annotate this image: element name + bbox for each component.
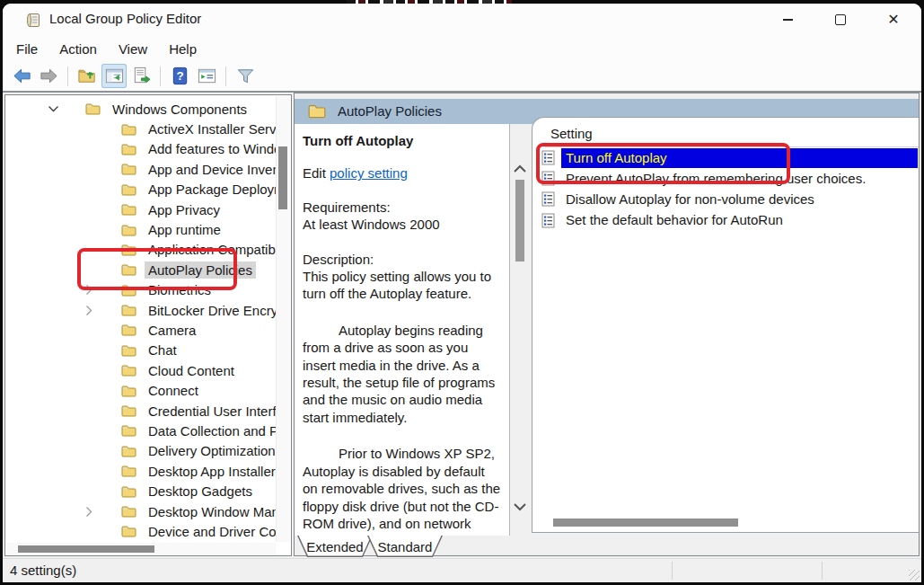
resize-grip[interactable] [909, 570, 920, 581]
window-controls: ✕ [755, 4, 914, 36]
folder-icon [121, 224, 136, 236]
show-properties-icon [197, 66, 217, 86]
policy-tree: Windows ComponentsActiveX Installer Serv… [6, 96, 276, 542]
folder-icon [121, 143, 136, 155]
status-separator [822, 562, 823, 580]
folder-icon [121, 163, 136, 175]
folder-icon [121, 284, 136, 297]
setting-label: Set the default behavior for AutoRun [561, 210, 918, 230]
back-icon [12, 66, 32, 86]
chevron-right-icon[interactable] [82, 305, 96, 316]
tree-item-label: Cloud Content [145, 362, 238, 379]
toolbar-show-console-tree-button[interactable] [101, 64, 127, 88]
toolbar-up-one-level-button[interactable] [75, 64, 100, 88]
toolbar-export-list-button[interactable] [128, 64, 154, 88]
tree-item-camera[interactable]: Camera [6, 320, 276, 340]
toolbar-help-button[interactable]: ? [167, 64, 192, 88]
tree-item-desktop-app-installer[interactable]: Desktop App Installer [6, 461, 276, 481]
tree-item-app-runtime[interactable]: App runtime [6, 219, 276, 239]
folder-icon [121, 505, 136, 518]
tree-item-app-privacy[interactable]: App Privacy [6, 199, 276, 219]
minimize-icon [783, 19, 793, 20]
chevron-down-icon[interactable] [46, 105, 60, 112]
menu-view[interactable]: View [108, 39, 158, 59]
tree-item-windows-components[interactable]: Windows Components [6, 99, 276, 119]
menu-help[interactable]: Help [158, 39, 207, 59]
status-bar: 4 setting(s) [3, 558, 921, 582]
tree-item-label: AutoPlay Policies [145, 261, 256, 279]
list-horizontal-scrollbar[interactable] [533, 517, 918, 528]
chevron-right-icon[interactable] [82, 284, 96, 296]
tree-item-desktop-window-manage[interactable]: Desktop Window Manage [6, 501, 276, 521]
scroll-down-icon[interactable] [513, 500, 527, 516]
folder-icon [121, 445, 136, 457]
tree-item-connect[interactable]: Connect [6, 380, 276, 400]
up-one-level-icon [77, 66, 98, 86]
tree-item-application-compatibility[interactable]: Application Compatibility [6, 240, 276, 260]
policy-document-icon [541, 191, 555, 207]
menu-action[interactable]: Action [48, 39, 108, 59]
tree-item-credential-user-interface[interactable]: Credential User Interface [6, 401, 276, 421]
extended-view-scrollbar[interactable] [510, 124, 531, 536]
tree-item-label: Windows Components [109, 101, 251, 118]
edit-prefix: Edit [303, 165, 326, 181]
setting-row-turn-off-autoplay[interactable]: Turn off Autoplay [532, 147, 918, 168]
tree-item-bitlocker-drive-encryption[interactable]: BitLocker Drive Encryption [6, 300, 276, 320]
tab-extended[interactable]: Extended [297, 536, 373, 557]
policy-setting-link[interactable]: policy setting [330, 165, 408, 181]
tree-item-app-package-deployment[interactable]: App Package Deployment [6, 180, 276, 199]
tree-item-add-features-to-windows[interactable]: Add features to Windows [6, 139, 276, 159]
folder-icon [121, 404, 136, 417]
setting-row-disallow-autoplay-for-non-volume-devices[interactable]: Disallow Autoplay for non-volume devices [532, 189, 918, 209]
tree-item-activex-installer-service[interactable]: ActiveX Installer Service [6, 119, 276, 138]
maximize-button[interactable] [820, 4, 861, 36]
description-paragraph: Autoplay begins reading from a drive as … [303, 322, 502, 426]
tree-horizontal-scrollbar[interactable] [6, 543, 276, 554]
tree-item-label: Delivery Optimization [145, 442, 276, 459]
tab-label: Extended [297, 536, 373, 557]
show-console-tree-icon [104, 66, 125, 86]
toolbar-filter-button[interactable] [233, 64, 258, 88]
toolbar-forward-button[interactable] [36, 64, 61, 88]
tree-item-chat[interactable]: Chat [6, 341, 276, 360]
tree-item-biometrics[interactable]: Biometrics [6, 280, 276, 300]
requirements-value: At least Windows 2000 [303, 216, 502, 233]
description-paragraph: This policy setting allows you to turn o… [303, 268, 502, 303]
setting-row-set-the-default-behavior-for-autorun[interactable]: Set the default behavior for AutoRun [532, 210, 918, 231]
tree-item-label: ActiveX Installer Service [145, 120, 276, 137]
toolbar-back-button[interactable] [9, 64, 34, 88]
tree-vertical-scrollbar[interactable] [276, 96, 290, 542]
tree-item-desktop-gadgets[interactable]: Desktop Gadgets [6, 481, 276, 501]
tree-item-cloud-content[interactable]: Cloud Content [6, 360, 276, 380]
minimize-button[interactable] [767, 4, 808, 36]
setting-column-header[interactable]: Setting [545, 124, 919, 147]
tree-item-device-and-driver-compat[interactable]: Device and Driver Compat [6, 521, 276, 541]
folder-icon [121, 263, 136, 276]
setting-label: Turn off Autoplay [561, 148, 918, 168]
pane-header-title: AutoPlay Policies [338, 103, 442, 119]
close-button[interactable]: ✕ [873, 4, 914, 36]
extended-view-scrollbar-thumb[interactable] [515, 180, 524, 261]
list-horizontal-scrollbar-thumb[interactable] [553, 519, 738, 527]
menu-file[interactable]: File [5, 39, 48, 59]
toolbar-separator [225, 66, 226, 86]
tree-item-label: App Package Deployment [145, 181, 276, 198]
tree-item-data-collection-and-previe[interactable]: Data Collection and Previe [6, 421, 276, 440]
tree-item-delivery-optimization[interactable]: Delivery Optimization [6, 441, 276, 461]
tree-item-label: App and Device Inventory [145, 161, 276, 178]
tree-item-autoplay-policies[interactable]: AutoPlay Policies [6, 260, 276, 279]
selected-setting-title: Turn off Autoplay [303, 132, 502, 149]
policy-document-icon [541, 213, 555, 228]
setting-row-prevent-autoplay-from-remembering-user-choices[interactable]: Prevent AutoPlay from remembering user c… [532, 168, 918, 189]
extended-view-pane: Turn off Autoplay Edit policy setting Re… [295, 124, 510, 536]
toolbar-show-properties-button[interactable] [194, 64, 219, 88]
tree-item-app-and-device-inventory[interactable]: App and Device Inventory [6, 159, 276, 179]
tree-vertical-scrollbar-thumb[interactable] [278, 146, 287, 209]
tab-standard[interactable]: Standard [367, 536, 443, 557]
tab-label: Standard [367, 536, 443, 557]
chevron-right-icon[interactable] [82, 506, 96, 518]
scroll-up-icon[interactable] [513, 162, 527, 178]
tree-item-label: Chat [145, 341, 180, 359]
close-icon: ✕ [887, 13, 899, 27]
tree-horizontal-scrollbar-thumb[interactable] [18, 545, 154, 553]
